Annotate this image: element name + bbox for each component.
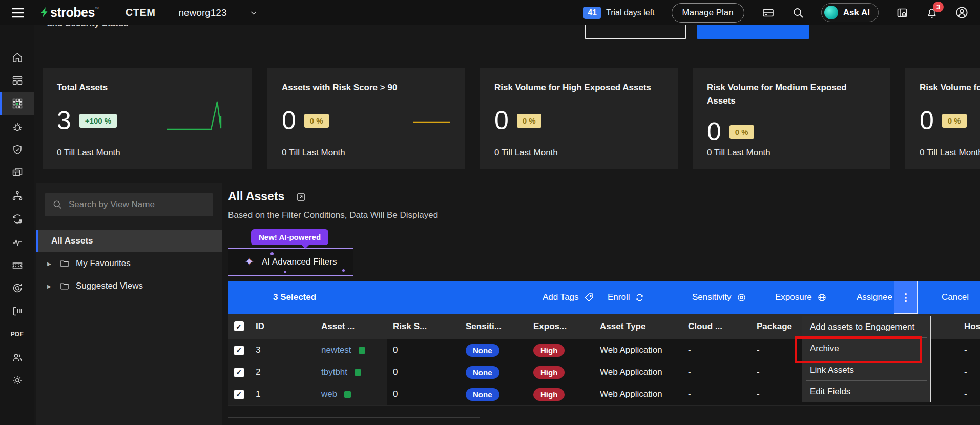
sidebar-item-scans[interactable] [0, 276, 34, 299]
exposure-badge: High [533, 388, 565, 401]
add-tags-action[interactable]: Add Tags [543, 281, 594, 314]
row-checkbox[interactable]: ✓ [234, 368, 244, 377]
exposure-action[interactable]: Exposure [775, 281, 827, 314]
stat-card-value: 0 [282, 106, 296, 135]
stat-card-title: Assets with Risk Score > 90 [282, 81, 451, 94]
sidebar-item-tickets[interactable] [0, 253, 34, 276]
view-item-label: All Assets [51, 236, 93, 246]
stat-card-title: Total Assets [57, 81, 226, 94]
caret-right-icon: ▶ [47, 284, 53, 289]
col-header-risk-score[interactable]: Risk S... [387, 321, 460, 332]
col-header-host[interactable]: Host [958, 321, 980, 332]
menu-item-edit-fields[interactable]: Edit Fields [802, 381, 930, 402]
views-panel: All Assets ▶ My Favourites ▶ Suggested V… [36, 183, 222, 425]
product-tour-icon[interactable] [895, 7, 909, 19]
sidebar-item-assets[interactable] [0, 92, 34, 115]
menu-item-link-assets[interactable]: Link Assets [802, 359, 930, 380]
strobes-logo[interactable]: strobes ™ [39, 5, 99, 20]
enroll-action[interactable]: Enroll [608, 281, 645, 314]
sparkline-chart [164, 97, 241, 133]
view-item-suggested-views[interactable]: ▶ Suggested Views [36, 275, 222, 297]
sidebar-item-automation[interactable] [0, 207, 34, 230]
sidebar-item-settings[interactable] [0, 369, 34, 392]
hamburger-menu-icon[interactable] [11, 8, 25, 18]
view-item-label: My Favourites [76, 258, 131, 269]
sidebar-item-activity[interactable] [0, 230, 34, 253]
stat-card-delta-badge: 0 % [729, 125, 754, 139]
col-header-asset-type[interactable]: Asset Type [594, 321, 682, 332]
search-icon[interactable] [792, 7, 804, 19]
col-header-cloud[interactable]: Cloud ... [682, 321, 750, 332]
sidebar-item-teams[interactable] [0, 346, 34, 369]
asset-name-link[interactable]: web [321, 389, 337, 399]
enroll-sync-icon [634, 292, 645, 303]
view-search-input[interactable] [69, 199, 205, 210]
stat-card-footer: 0 Till Last Month [707, 148, 770, 158]
notification-count-badge: 3 [933, 2, 944, 12]
tag-icon [583, 292, 594, 303]
col-header-exposure[interactable]: Expos... [527, 321, 594, 332]
menu-item-add-assets-to-engagement[interactable]: Add assets to Engagement [802, 316, 930, 337]
billing-card-icon[interactable] [761, 7, 775, 19]
stat-card-title: Risk Volume for [920, 81, 980, 94]
cancel-label: Cancel [942, 292, 969, 302]
cell-cloud: - [682, 345, 750, 355]
asset-name-link[interactable]: tbytbht [321, 367, 347, 377]
brand-trademark: ™ [95, 6, 99, 11]
manage-plan-button[interactable]: Manage Plan [672, 3, 744, 23]
org-switcher[interactable]: neworg123 [178, 7, 257, 18]
asset-name-link[interactable]: newtest [321, 345, 351, 355]
enroll-label: Enroll [608, 292, 630, 302]
row-checkbox[interactable]: ✓ [234, 346, 244, 355]
notifications-button[interactable]: 3 [926, 6, 938, 19]
activity-pulse-icon [11, 236, 24, 248]
sidebar-item-vulnerabilities[interactable] [0, 115, 34, 138]
view-item-my-favourites[interactable]: ▶ My Favourites [36, 252, 222, 275]
table-bottom-divider [228, 417, 480, 418]
view-search-box [45, 193, 213, 216]
sparkline-chart [408, 117, 459, 127]
sidebar-item-boards[interactable] [0, 299, 34, 322]
exposure-label: Exposure [775, 292, 812, 302]
sidebar-item-compliance[interactable] [0, 138, 34, 161]
more-actions-kebab-button[interactable]: ⋮ [894, 281, 918, 314]
ai-orb-icon [824, 6, 838, 19]
cancel-selection-button[interactable]: Cancel [942, 281, 969, 314]
shield-check-icon [11, 144, 24, 156]
stacked-cards-icon [11, 167, 24, 179]
sensitivity-badge: None [466, 344, 499, 357]
sensitivity-action[interactable]: Sensitivity [692, 281, 747, 314]
more-actions-menu: Add assets to Engagement Archive Link As… [802, 316, 931, 402]
sidebar-item-hierarchy[interactable] [0, 184, 34, 207]
cell-asset-type: Web Application [594, 367, 682, 377]
trial-days-label: Trial days left [606, 8, 655, 17]
account-avatar-icon[interactable] [955, 6, 969, 19]
view-item-all-assets[interactable]: All Assets [36, 230, 222, 252]
bug-icon [11, 120, 24, 133]
ai-advanced-filters-button[interactable]: ✦ AI Advanced Filters [228, 248, 353, 276]
bolt-icon [39, 5, 50, 19]
ask-ai-label: Ask AI [843, 8, 870, 18]
sparkle-dot [270, 252, 274, 255]
col-header-id[interactable]: ID [249, 321, 315, 332]
col-header-sensitivity[interactable]: Sensiti... [460, 321, 527, 332]
sidebar-item-home[interactable] [0, 46, 34, 69]
col-header-asset[interactable]: Asset ... [315, 321, 387, 332]
globe-icon [817, 292, 827, 303]
stat-card-title: Risk Volume for Medium Exposed Assets [707, 81, 876, 107]
sidebar-item-reports[interactable]: PDF [0, 322, 34, 346]
row-checkbox[interactable]: ✓ [234, 390, 244, 399]
sidebar-item-integrations[interactable] [0, 161, 34, 184]
bulk-selection-bar: 3 Selected Add Tags Enroll Sensitivity E… [228, 281, 980, 314]
brand-name: strobes [50, 5, 95, 20]
menu-item-archive[interactable]: Archive [802, 338, 930, 359]
select-all-checkbox[interactable]: ✓ [234, 321, 244, 331]
exposure-badge: High [533, 366, 565, 379]
bar-divider [925, 288, 925, 307]
sync-settings-icon [11, 213, 24, 225]
sidebar-item-dashboards[interactable] [0, 69, 34, 92]
expand-view-icon[interactable] [296, 192, 306, 203]
ask-ai-button[interactable]: Ask AI [821, 3, 879, 22]
sensitivity-badge: None [466, 388, 499, 401]
stat-card-clipped: Risk Volume for 0 0 % 0 Till Last Month [905, 68, 980, 169]
